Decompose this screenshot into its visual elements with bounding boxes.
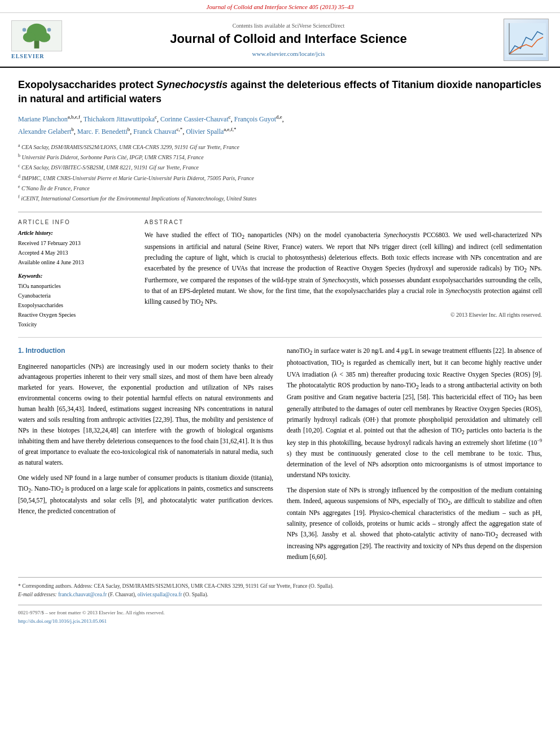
footnote-email: E-mail addresses: franck.chauvat@cea.fr … bbox=[18, 591, 542, 599]
accepted-date: Accepted 4 May 2013 bbox=[18, 248, 131, 257]
article-content: Exopolysaccharides protect Synechocystis… bbox=[0, 68, 560, 636]
keyword-tio2: TiO₂ nanoparticles bbox=[18, 281, 131, 291]
journal-url: www.elsevier.com/locate/jcis bbox=[73, 50, 504, 57]
svg-point-6 bbox=[47, 28, 51, 32]
body-col-left: 1. Introduction Engineered nanoparticles… bbox=[18, 346, 273, 567]
elsevier-wordmark: ELSEVIER bbox=[11, 53, 45, 59]
footnote-area: * Corresponding authors. Address: CEA Sa… bbox=[18, 577, 542, 625]
author-chauvat: Franck Chauvat bbox=[133, 128, 176, 136]
author-jittawuttipoka: Thichakorn Jittawuttipoka bbox=[84, 115, 155, 123]
journal-header: ELSEVIER Contents lists available at Sci… bbox=[0, 13, 560, 68]
keyword-toxicity: Toxicity bbox=[18, 320, 131, 329]
section-divider bbox=[18, 337, 542, 338]
abstract-col: ABSTRACT We have studied the effect of T… bbox=[145, 219, 542, 329]
author-spalla: Olivier Spalla bbox=[186, 128, 224, 136]
article-history-label: Article history: bbox=[18, 230, 131, 236]
affiliations: a CEA Saclay, DSM/IRAMIS/SIS2M/LIONS, UM… bbox=[18, 142, 542, 204]
svg-point-3 bbox=[23, 32, 36, 42]
journal-thumbnail bbox=[504, 19, 549, 61]
sciverse-text: Contents lists available at SciVerse Sci… bbox=[233, 23, 345, 29]
footnote-corresponding: * Corresponding authors. Address: CEA Sa… bbox=[18, 582, 542, 591]
author-gelabert: Alexandre Gelabert bbox=[18, 128, 71, 136]
journal-center: Contents lists available at SciVerse Sci… bbox=[73, 23, 504, 57]
page: Journal of Colloid and Interface Science… bbox=[0, 0, 560, 747]
body-col2-p1: nanoTiO2 in surface water is 20 ng/L and… bbox=[287, 346, 542, 480]
keyword-cyanobacteria: Cyanobacteria bbox=[18, 291, 131, 300]
sciverse-line: Contents lists available at SciVerse Sci… bbox=[73, 23, 504, 29]
bottom-bar: 0021-9797/$ – see front matter © 2013 El… bbox=[18, 605, 542, 625]
author-cassier-chauvat: Corinne Cassier-Chauvat bbox=[160, 115, 229, 123]
author-planchon: Mariane Planchon bbox=[18, 115, 68, 123]
elsevier-logo-box bbox=[11, 20, 62, 51]
keywords-label: Keywords: bbox=[18, 273, 131, 279]
email-chauvat: franck.chauvat@cea.fr bbox=[58, 592, 107, 597]
elsevier-logo: ELSEVIER bbox=[11, 20, 73, 59]
article-info-heading: ARTICLE INFO bbox=[18, 219, 131, 225]
doi-link: http://dx.doi.org/10.1016/j.jcis.2013.05… bbox=[18, 618, 107, 624]
journal-reference-bar: Journal of Colloid and Interface Science… bbox=[0, 0, 560, 13]
body-col1-p2: One widely used NP found in a large numb… bbox=[18, 473, 273, 517]
svg-point-4 bbox=[38, 32, 50, 42]
received-date: Received 17 February 2013 bbox=[18, 238, 131, 248]
author-guyot: François Guyot bbox=[234, 115, 276, 123]
keyword-ros: Reactive Oxygen Species bbox=[18, 310, 131, 320]
journal-chart-icon bbox=[506, 23, 546, 57]
journal-title: Journal of Colloid and Interface Science bbox=[73, 31, 504, 47]
copyright-line: © 2013 Elsevier Inc. All rights reserved… bbox=[145, 312, 542, 318]
email-spalla: olivier.spalla@cea.fr bbox=[138, 592, 182, 597]
abstract-heading: ABSTRACT bbox=[145, 219, 542, 225]
body-two-col: 1. Introduction Engineered nanoparticles… bbox=[18, 346, 542, 567]
keyword-exopolysaccharides: Exopolysaccharides bbox=[18, 300, 131, 310]
journal-reference: Journal of Colloid and Interface Science… bbox=[207, 3, 354, 10]
doi-line: http://dx.doi.org/10.1016/j.jcis.2013.05… bbox=[18, 618, 107, 624]
article-info-col: ARTICLE INFO Article history: Received 1… bbox=[18, 219, 131, 329]
body-col2-p2: The dispersion state of NPs is strongly … bbox=[287, 485, 542, 562]
article-title: Exopolysaccharides protect Synechocystis… bbox=[18, 78, 542, 106]
available-date: Available online 4 June 2013 bbox=[18, 257, 131, 267]
body-col1-p1: Engineered nanoparticles (NPs) are incre… bbox=[18, 361, 273, 469]
svg-point-5 bbox=[23, 28, 27, 32]
authors-line: Mariane Planchona,b,e,f, Thichakorn Jitt… bbox=[18, 113, 542, 137]
issn-line: 0021-9797/$ – see front matter © 2013 El… bbox=[18, 610, 165, 615]
abstract-text: We have studied the effect of TiO2 nanop… bbox=[145, 230, 542, 308]
author-benedetti: Marc. F. Benedetti bbox=[77, 128, 128, 136]
section1-title: 1. Introduction bbox=[18, 346, 273, 357]
body-col-right: nanoTiO2 in surface water is 20 ng/L and… bbox=[287, 346, 542, 567]
elsevier-logo-icon bbox=[12, 20, 62, 51]
info-abstract-section: ARTICLE INFO Article history: Received 1… bbox=[18, 212, 542, 329]
